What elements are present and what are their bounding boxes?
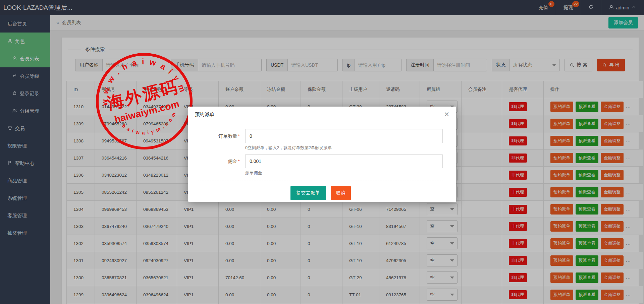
order-count-input[interactable] [245,129,443,143]
commission-input[interactable] [245,154,443,168]
required-asterisk: * [238,159,240,164]
modal-header: 预约派单 ✕ [188,107,456,122]
commission-control: 派单佣金 [245,154,443,177]
commission-row: 佣金* 派单佣金 [198,154,443,177]
commission-label: 佣金* [198,154,241,177]
order-count-label: 订单数量* [198,129,241,152]
close-icon[interactable]: ✕ [444,111,449,118]
dispatch-modal: 预约派单 ✕ 订单数量* 0立刻派单，输入2，就是订单数第2单触发派单 佣金* … [188,107,456,202]
order-count-helper: 0立刻派单，输入2，就是订单数第2单触发派单 [245,145,443,151]
commission-helper: 派单佣金 [245,170,443,176]
order-count-control: 0立刻派单，输入2，就是订单数第2单触发派单 [245,129,443,152]
order-count-row: 订单数量* 0立刻派单，输入2，就是订单数第2单触发派单 [198,129,443,152]
submit-dispatch-button[interactable]: 提交去派单 [290,186,326,200]
modal-title: 预约派单 [195,111,214,118]
modal-body: 订单数量* 0立刻派单，输入2，就是订单数第2单触发派单 佣金* 派单佣金 提交… [188,122,456,200]
required-asterisk: * [238,133,240,139]
cancel-button[interactable]: 取消 [331,186,351,200]
watermark-stamp: w w w . h a i w a i y m . c o m 海外源码 hai… [94,51,195,153]
modal-footer: 提交去派单 取消 [198,181,443,200]
